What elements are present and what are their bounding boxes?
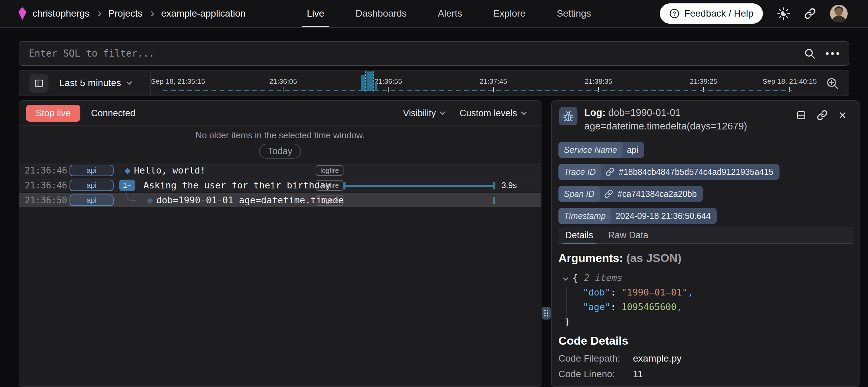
today-button[interactable]: Today: [259, 144, 301, 159]
service-badge[interactable]: api: [70, 165, 114, 176]
logfire-tag[interactable]: logfire: [316, 180, 343, 191]
histogram-bar[interactable]: [361, 75, 365, 91]
svg-text:?: ?: [673, 11, 676, 17]
time-range-dropdown[interactable]: Last 5 minutes: [59, 70, 131, 96]
chevron-right-icon: [96, 11, 102, 16]
link-icon: [604, 189, 613, 198]
log-level-chip: [559, 107, 577, 125]
feedback-help-button[interactable]: ? Feedback / Help: [660, 3, 763, 24]
span-duration-bar[interactable]: [343, 185, 495, 187]
theme-toggle-icon[interactable]: [777, 7, 790, 20]
service-name-badge[interactable]: Service Name api: [558, 142, 644, 158]
stop-live-button[interactable]: Stop live: [26, 105, 80, 122]
service-badge[interactable]: api: [70, 195, 114, 206]
live-view-header: Stop live Connected Visibility Custom le…: [19, 101, 541, 126]
visibility-dropdown[interactable]: Visibility: [403, 108, 445, 119]
span-duration: 3.9s: [501, 178, 517, 192]
chevron-down-icon: [126, 79, 132, 85]
timeline-tick-label: Sep 18, 21:35:15: [151, 77, 205, 85]
breadcrumb-projects[interactable]: Projects: [108, 8, 142, 19]
log-diamond-icon: ◆: [124, 163, 131, 178]
code-details-heading: Code Details: [558, 334, 628, 347]
metadata-badges: Service Name api Trace ID #18b84cb4847b5…: [558, 142, 780, 224]
breadcrumb: christophergs Projects example-applicati…: [18, 0, 245, 27]
arguments-heading: Arguments: (as JSON): [558, 251, 682, 265]
log-time: 21:36:46: [25, 163, 67, 178]
json-viewer: {2 items "dob": "1990–01–01", "age": 109…: [564, 270, 693, 329]
json-entry: "age": 1095465600,: [564, 300, 693, 314]
json-entry: "dob": "1990–01–01",: [564, 285, 693, 300]
trace-id-badge[interactable]: Trace ID #18b84cb4847b5d574c4ad9121935a4…: [558, 164, 780, 180]
empty-window-message: No older items in the selected time wind…: [19, 130, 541, 141]
collapse-caret-icon[interactable]: [563, 276, 569, 281]
span-row[interactable]: 21:36:46 api 1− Asking the user for thei…: [19, 178, 541, 192]
close-panel-button[interactable]: [838, 110, 847, 120]
histogram-bar[interactable]: [367, 72, 373, 91]
connection-status: Connected: [91, 108, 136, 119]
tab-explore[interactable]: Explore: [493, 0, 526, 27]
timeline-tick-label: 21:36:55: [374, 77, 402, 85]
span-message: Asking the user for their birthday: [143, 178, 331, 192]
log-row[interactable]: 21:36:46 api ◆ Hello, world! logfire: [19, 163, 541, 178]
log-row-selected[interactable]: 21:36:50 api ◆ dob=1990-01-01 age=dateti…: [19, 192, 541, 207]
span-id-badge[interactable]: Span ID #ca741384ca2a20bb: [558, 186, 703, 202]
tab-settings[interactable]: Settings: [557, 0, 591, 27]
code-filepath-row: Code Filepath: example.py: [558, 353, 682, 364]
share-link-icon[interactable]: [804, 8, 816, 19]
timeline-baseline[interactable]: [163, 90, 792, 91]
histogram-bar[interactable]: [375, 82, 377, 91]
tab-details[interactable]: Details: [565, 227, 593, 243]
time-range-label: Last 5 minutes: [59, 78, 121, 88]
logfire-logo-icon[interactable]: [18, 7, 26, 20]
chevron-down-icon: [440, 109, 446, 115]
user-avatar[interactable]: [830, 5, 848, 22]
sql-filter-bar: Enter SQL to filter... •••: [19, 41, 849, 66]
log-list: 21:36:46 api ◆ Hello, world! logfire 21:…: [19, 163, 541, 207]
log-timeline-tick: [493, 197, 495, 204]
json-root-line[interactable]: {2 items: [564, 270, 693, 285]
split-panel-icon: [796, 110, 807, 121]
logfire-tag[interactable]: logfire: [316, 165, 343, 176]
link-icon: [817, 110, 828, 121]
feedback-help-label: Feedback / Help: [684, 8, 753, 19]
tab-live[interactable]: Live: [307, 0, 324, 27]
tab-dashboards[interactable]: Dashboards: [355, 0, 407, 27]
bug-icon: [562, 110, 574, 122]
sidebar-toggle-button[interactable]: [29, 74, 48, 93]
log-diamond-icon: ◆: [147, 193, 153, 207]
tree-connector: [126, 192, 136, 201]
breadcrumb-project[interactable]: example-application: [161, 8, 245, 19]
indent-guide: [566, 287, 567, 328]
timestamp-badge[interactable]: Timestamp 2024-09-18 21:36:50.644: [558, 208, 717, 224]
breadcrumb-org[interactable]: christophergs: [33, 8, 90, 19]
timeline-tick-label: 21:38:35: [585, 77, 612, 85]
log-message: Hello, world!: [134, 163, 205, 178]
log-time: 21:36:50: [25, 193, 67, 207]
timeline-tick-label: 21:37:45: [479, 77, 507, 85]
timeline-tick-label: Sep 18, 21:40:15: [763, 77, 817, 85]
time-range-bar: Last 5 minutes Sep 18, 21:35:15 21:36:05…: [19, 70, 849, 96]
tab-raw-data[interactable]: Raw Data: [608, 227, 649, 243]
magnifier-plus-icon: [826, 77, 839, 90]
log-time: 21:36:46: [25, 178, 67, 192]
timeline-tick-label: 21:36:05: [269, 77, 297, 85]
more-options-icon[interactable]: •••: [825, 42, 841, 65]
copy-link-button[interactable]: [817, 110, 828, 121]
service-badge[interactable]: api: [70, 180, 114, 191]
dock-panel-button[interactable]: [796, 110, 807, 121]
zoom-in-button[interactable]: [826, 77, 839, 90]
logfire-tag[interactable]: logfire: [316, 195, 343, 206]
detail-tabs: Details Raw Data: [558, 227, 853, 244]
nav-tabs: Live Dashboards Alerts Explore Settings: [307, 0, 591, 27]
panel-resize-handle[interactable]: [542, 307, 551, 320]
link-icon: [606, 167, 614, 176]
detail-title: Log: dob=1990-01-01 age=datetime.timedel…: [584, 106, 794, 133]
sql-filter-input[interactable]: Enter SQL to filter...: [29, 42, 155, 65]
collapse-children-badge[interactable]: 1−: [119, 180, 135, 191]
custom-levels-dropdown[interactable]: Custom levels: [459, 108, 526, 119]
tab-alerts[interactable]: Alerts: [438, 0, 462, 27]
live-view-panel: Stop live Connected Visibility Custom le…: [19, 100, 541, 387]
question-circle-icon: ?: [669, 8, 679, 19]
code-lineno-row: Code Lineno: 11: [558, 369, 643, 380]
search-icon[interactable]: [804, 47, 816, 60]
